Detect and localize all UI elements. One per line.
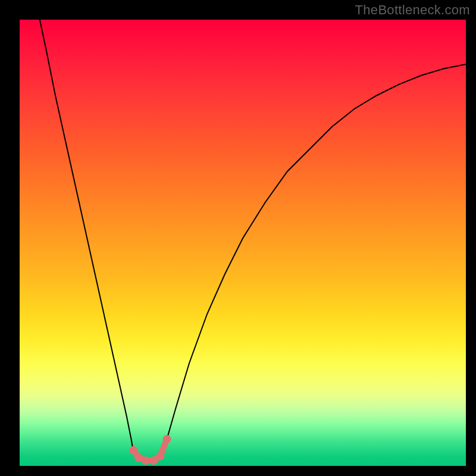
marker-dot [142, 456, 150, 465]
plot-area [20, 20, 466, 466]
outer-frame: TheBottleneck.com [0, 0, 476, 476]
marker-dot [163, 435, 171, 443]
watermark-text: TheBottleneck.com [355, 2, 470, 18]
marker-dot [156, 452, 164, 461]
curve-left-arm [40, 20, 134, 453]
curve-right-arm [167, 64, 466, 439]
marker-dot [134, 454, 143, 462]
marker-dot [129, 446, 137, 455]
chart-svg [20, 20, 466, 466]
